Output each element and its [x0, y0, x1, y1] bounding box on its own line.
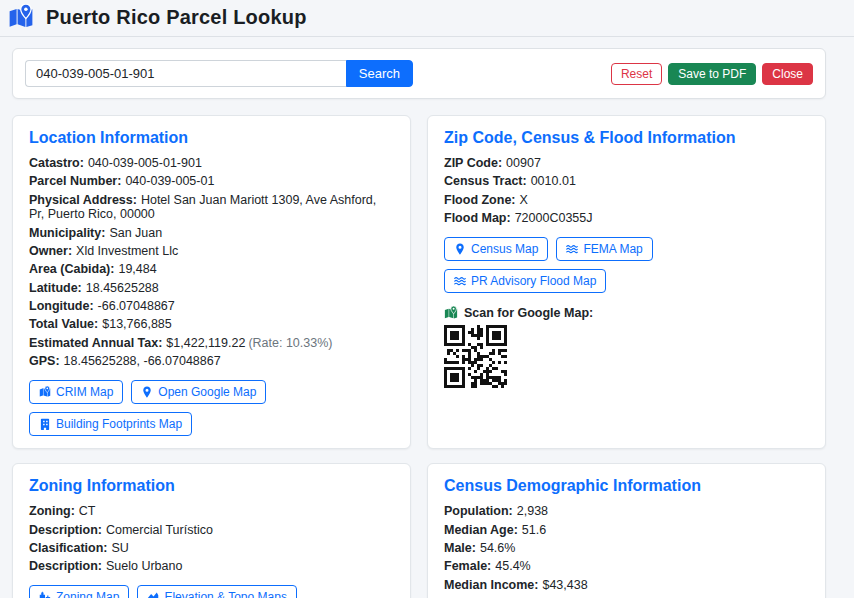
parcel-search-input[interactable] [25, 60, 346, 87]
map-location-icon [8, 4, 34, 30]
zip-census-flood-card: Zip Code, Census & Flood Information ZIP… [427, 115, 826, 449]
water-icon [566, 243, 578, 255]
field-value: 19,484 [118, 262, 156, 276]
field-zip-code: ZIP Code:00907 [444, 156, 809, 170]
location-buttons: CRIM Map Open Google Map Building Footpr… [29, 380, 394, 437]
field-value: 18.45625288, -66.07048867 [64, 354, 221, 368]
field-value: 2,938 [517, 504, 548, 518]
qr-section: Scan for Google Map: [444, 306, 809, 388]
field-female: Female:45.4% [444, 559, 809, 573]
field-value: $1,422,119.22 [166, 336, 245, 350]
field-label: Description: [29, 523, 102, 537]
field-label: Median Income: [444, 578, 538, 592]
button-label: Building Footprints Map [56, 417, 182, 431]
map-location-icon [39, 386, 51, 398]
field-value: San Juan [109, 226, 162, 240]
field-value: 040-039-005-01 [125, 174, 214, 188]
field-owner: Owner:Xld Investment Llc [29, 244, 394, 258]
field-population: Population:2,938 [444, 504, 809, 518]
map-marker-icon [141, 386, 153, 398]
crim-map-button[interactable]: CRIM Map [29, 380, 123, 404]
close-button[interactable]: Close [762, 63, 813, 85]
field-value: $43,438 [542, 578, 587, 592]
page-title: Puerto Rico Parcel Lookup [46, 6, 307, 29]
button-label: Elevation & Topo Maps [164, 590, 287, 598]
location-information-card: Location Information Catastro:040-039-00… [12, 115, 411, 449]
field-label: Description: [29, 559, 102, 573]
field-value: -66.07048867 [98, 299, 175, 313]
field-area-cabida: Area (Cabida):19,484 [29, 262, 394, 276]
zoning-information-card: Zoning Information Zoning:CT Description… [12, 463, 411, 598]
field-value: $13,766,885 [102, 317, 172, 331]
area-chart-icon [147, 591, 159, 598]
field-value: 0010.01 [531, 174, 576, 188]
fema-map-button[interactable]: FEMA Map [556, 237, 652, 261]
field-label: ZIP Code: [444, 156, 502, 170]
button-label: FEMA Map [583, 242, 642, 256]
field-label: Longitude: [29, 299, 94, 313]
field-value: CT [79, 504, 96, 518]
card-title: Census Demographic Information [444, 477, 809, 495]
field-male: Male:54.6% [444, 541, 809, 555]
field-label: Clasification: [29, 541, 108, 555]
field-label: Flood Zone: [444, 193, 516, 207]
field-label: Catastro: [29, 156, 84, 170]
field-label: Estimated Annual Tax: [29, 336, 162, 350]
field-value: 54.6% [480, 541, 515, 555]
field-zoning-description: Description:Comercial Turístico [29, 523, 394, 537]
field-flood-zone: Flood Zone:X [444, 193, 809, 207]
zoning-map-button[interactable]: Zoning Map [29, 585, 129, 598]
building-footprints-map-button[interactable]: Building Footprints Map [29, 412, 192, 436]
field-label: Female: [444, 559, 491, 573]
field-label: Municipality: [29, 226, 105, 240]
action-buttons: Reset Save to PDF Close [611, 63, 813, 85]
reset-button[interactable]: Reset [611, 63, 662, 85]
qr-label: Scan for Google Map: [464, 306, 593, 320]
zoning-buttons: Zoning Map Elevation & Topo Maps Water U… [29, 585, 359, 598]
field-flood-map: Flood Map:72000C0355J [444, 211, 809, 225]
field-value: 45.4% [495, 559, 530, 573]
pr-advisory-flood-map-button[interactable]: PR Advisory Flood Map [444, 269, 606, 293]
button-label: CRIM Map [56, 385, 113, 399]
save-to-pdf-button[interactable]: Save to PDF [668, 63, 756, 85]
field-label: Total Value: [29, 317, 98, 331]
elevation-topo-maps-button[interactable]: Elevation & Topo Maps [137, 585, 297, 598]
field-value: Comercial Turístico [106, 523, 213, 537]
field-label: Physical Address: [29, 193, 137, 207]
field-gps: GPS:18.45625288, -66.07048867 [29, 354, 394, 368]
census-map-button[interactable]: Census Map [444, 237, 548, 261]
field-label: Flood Map: [444, 211, 511, 225]
field-label: Zoning: [29, 504, 75, 518]
open-google-map-button[interactable]: Open Google Map [131, 380, 266, 404]
card-title: Location Information [29, 129, 394, 147]
button-label: PR Advisory Flood Map [471, 274, 596, 288]
field-value: 00907 [506, 156, 541, 170]
button-label: Census Map [471, 242, 538, 256]
field-municipality: Municipality:San Juan [29, 226, 394, 240]
card-title: Zip Code, Census & Flood Information [444, 129, 809, 147]
card-title: Zoning Information [29, 477, 394, 495]
field-note: (Rate: 10.33%) [248, 336, 332, 350]
city-icon [39, 591, 51, 598]
google-map-qr-code [444, 325, 507, 388]
field-parcel-number: Parcel Number:040-039-005-01 [29, 174, 394, 188]
field-value: Suelo Urbano [106, 559, 182, 573]
button-label: Zoning Map [56, 590, 119, 598]
field-label: Area (Cabida): [29, 262, 114, 276]
field-label: Population: [444, 504, 513, 518]
field-value: Xld Investment Llc [76, 244, 178, 258]
field-longitude: Longitude:-66.07048867 [29, 299, 394, 313]
field-total-value: Total Value:$13,766,885 [29, 317, 394, 331]
field-value: SU [112, 541, 129, 555]
field-label: Latitude: [29, 281, 82, 295]
field-value: 18.45625288 [86, 281, 159, 295]
field-value: X [520, 193, 528, 207]
field-value: 72000C0355J [515, 211, 593, 225]
search-button[interactable]: Search [346, 60, 413, 87]
field-value: 040-039-005-01-901 [88, 156, 202, 170]
field-census-tract: Census Tract:0010.01 [444, 174, 809, 188]
zip-card-buttons: Census Map FEMA Map PR Advisory Flood Ma… [444, 237, 809, 294]
field-zoning: Zoning:CT [29, 504, 394, 518]
qr-label-row: Scan for Google Map: [444, 306, 809, 320]
field-median-age: Median Age:51.6 [444, 523, 809, 537]
